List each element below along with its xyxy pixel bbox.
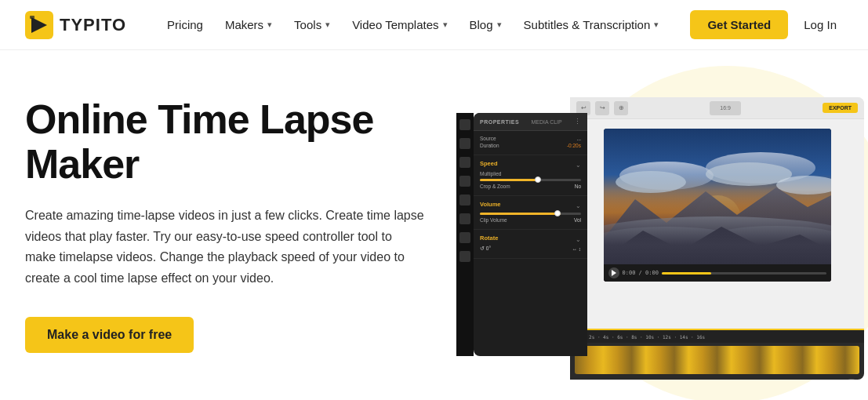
properties-panel: PROPERTIES MEDIA CLIP ⋮ Source ... Durat…: [474, 113, 587, 356]
timeline-add-button[interactable]: +: [844, 379, 859, 380]
strip-icon-2: [459, 138, 470, 149]
editor-canvas: 0:00 / 0:00: [604, 129, 831, 282]
speed-value-label: Multiplied: [480, 171, 501, 176]
canvas-image: [604, 129, 831, 282]
progress-bar[interactable]: [662, 272, 826, 275]
panel-speed-section: Speed ⌄ Multiplied Crop & Zoom No: [474, 155, 587, 196]
strip-icon-6: [459, 213, 470, 224]
logo-icon: [25, 11, 53, 39]
chevron-down-icon: ▾: [654, 20, 659, 30]
svg-point-9: [694, 195, 741, 242]
rotate-expand-icon: ⌄: [576, 236, 581, 243]
canvas-photo: [604, 129, 831, 282]
svg-point-5: [616, 171, 686, 193]
hero-description: Create amazing time-lapse videos in just…: [25, 205, 425, 289]
aspect-ratio-icon[interactable]: 16:9: [710, 101, 741, 115]
nav-links: Pricing Makers ▾ Tools ▾ Video Templates…: [158, 12, 690, 38]
clip-volume-value: Vol: [574, 217, 581, 223]
chevron-down-icon: ▾: [443, 20, 448, 30]
speed-expand-icon: ⌄: [576, 162, 581, 169]
play-icon: [612, 270, 616, 276]
progress-fill: [662, 272, 711, 275]
duration-label: Duration: [480, 143, 499, 148]
zoom-icon[interactable]: ⊕: [614, 101, 628, 115]
playback-time: 0:00 / 0:00: [623, 270, 659, 276]
timeline-track[interactable]: [575, 346, 859, 374]
logo[interactable]: TYPITO: [25, 11, 126, 39]
rotate-flip: ↔ ↕: [572, 246, 581, 252]
hero-right: PROPERTIES MEDIA CLIP ⋮ Source ... Durat…: [441, 89, 864, 387]
timeline-time-markers: 0s · 2s · 4s · 6s · 8s · 10s · 12s · 14s…: [575, 334, 705, 340]
timeline-header: 0s · 2s · 4s · 6s · 8s · 10s · 12s · 14s…: [570, 330, 864, 343]
panel-header: PROPERTIES MEDIA CLIP ⋮: [474, 113, 587, 131]
clip-volume-label: Clip Volume: [480, 217, 507, 223]
panel-options-icon: ⋮: [574, 118, 581, 125]
rotate-value: ↺ 0°: [480, 245, 491, 252]
hero-title: Online Time Lapse Maker: [25, 97, 441, 187]
crop-value: No: [575, 184, 581, 189]
nav-subtitles[interactable]: Subtitles & Transcription ▾: [514, 12, 669, 38]
strip-icon-5: [459, 195, 470, 205]
svg-point-12: [604, 216, 831, 260]
play-button[interactable]: [608, 267, 619, 278]
icon-strip: [456, 113, 474, 356]
nav-video-templates[interactable]: Video Templates ▾: [343, 12, 456, 38]
speed-slider-fill: [480, 179, 540, 181]
strip-icon-8: [459, 251, 470, 262]
editor-toolbar: ↩ ↪ ⊕ 16:9 EXPORT: [570, 97, 864, 119]
panel-header-title: PROPERTIES: [480, 119, 519, 125]
panel-clip-title: MEDIA CLIP: [531, 119, 561, 125]
speed-label: Speed: [480, 160, 498, 167]
panel-rotate-section: Rotate ⌄ ↺ 0° ↔ ↕: [474, 230, 587, 259]
chevron-down-icon: ▾: [325, 20, 330, 30]
editor-mockup: PROPERTIES MEDIA CLIP ⋮ Source ... Durat…: [456, 97, 864, 380]
redo-icon[interactable]: ↪: [595, 101, 609, 115]
svg-rect-2: [30, 16, 35, 19]
navbar: TYPITO Pricing Makers ▾ Tools ▾ Video Te…: [0, 0, 868, 50]
strip-icon-3: [459, 157, 470, 168]
export-button[interactable]: EXPORT: [823, 103, 858, 113]
volume-slider-track[interactable]: [480, 213, 581, 215]
svg-point-13: [604, 227, 745, 258]
volume-slider-thumb[interactable]: [554, 210, 561, 216]
panel-volume-section: Volume ⌄ Clip Volume Vol: [474, 196, 587, 230]
svg-rect-3: [604, 129, 831, 282]
cta-button[interactable]: Make a video for free: [25, 317, 194, 353]
nav-makers[interactable]: Makers ▾: [216, 12, 281, 38]
nav-blog[interactable]: Blog ▾: [460, 12, 511, 38]
volume-label: Volume: [480, 201, 501, 208]
strip-icon-1: [459, 119, 470, 130]
timeline-controls: − + +: [570, 377, 864, 380]
volume-slider-fill: [480, 213, 561, 215]
volume-expand-icon: ⌄: [576, 202, 581, 209]
logo-text: TYPITO: [60, 15, 126, 35]
svg-point-14: [706, 226, 831, 254]
chevron-down-icon: ▾: [267, 20, 272, 30]
svg-point-10: [703, 205, 732, 233]
panel-source-section: Source ... Duration -0:20s: [474, 131, 587, 155]
source-value: ...: [577, 136, 581, 141]
editor-main: ↩ ↪ ⊕ 16:9 EXPORT: [570, 97, 864, 380]
source-label: Source: [480, 136, 496, 141]
timeline-area: 0s · 2s · 4s · 6s · 8s · 10s · 12s · 14s…: [570, 329, 864, 380]
get-started-button[interactable]: Get Started: [690, 10, 788, 39]
speed-slider-track[interactable]: [480, 179, 581, 181]
crop-label: Crop & Zoom: [480, 184, 510, 189]
nav-actions: Get Started Log In: [690, 10, 843, 39]
strip-icon-4: [459, 176, 470, 187]
strip-icon-7: [459, 232, 470, 243]
playback-bar: 0:00 / 0:00: [604, 264, 831, 282]
nav-pricing[interactable]: Pricing: [158, 12, 212, 38]
login-button[interactable]: Log In: [797, 10, 843, 39]
hero-left: Online Time Lapse Maker Create amazing t…: [25, 89, 441, 353]
chevron-down-icon: ▾: [497, 20, 502, 30]
hero-section: Online Time Lapse Maker Create amazing t…: [0, 50, 868, 400]
rotate-label: Rotate: [480, 235, 498, 242]
nav-tools[interactable]: Tools ▾: [285, 12, 340, 38]
duration-value: -0:20s: [567, 143, 581, 148]
speed-slider-thumb[interactable]: [535, 176, 541, 183]
